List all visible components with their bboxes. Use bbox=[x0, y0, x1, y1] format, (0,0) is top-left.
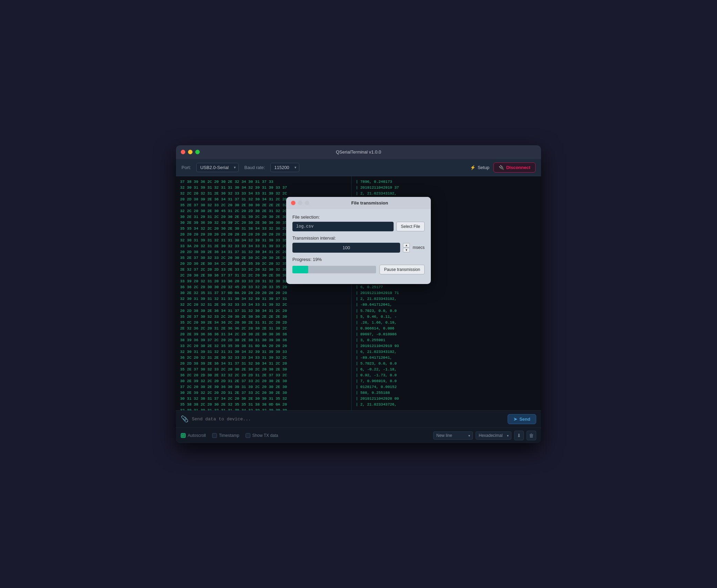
interval-input-row: ▲ ▼ msecs bbox=[292, 243, 425, 253]
trash-button[interactable]: 🗑 bbox=[527, 431, 536, 440]
progress-bar-row: Pause transmission bbox=[292, 265, 425, 274]
file-row: Select File bbox=[292, 222, 425, 231]
maximize-button[interactable] bbox=[195, 150, 200, 154]
select-file-button[interactable]: Select File bbox=[396, 222, 425, 231]
modal-title: File transmission bbox=[313, 200, 426, 206]
status-right: New line No line ending Carriage return … bbox=[433, 431, 536, 440]
send-input[interactable] bbox=[192, 417, 504, 422]
interval-spinner: ▲ ▼ bbox=[403, 243, 410, 252]
port-select[interactable]: USB2.0-Serial bbox=[196, 163, 239, 172]
interval-down-button[interactable]: ▼ bbox=[403, 248, 410, 252]
modal-overlay: File transmission File selection: Select… bbox=[176, 176, 541, 410]
file-transmission-modal: File transmission File selection: Select… bbox=[286, 197, 431, 284]
send-button[interactable]: ➤ Send bbox=[508, 414, 536, 424]
pause-transmission-button[interactable]: Pause transmission bbox=[380, 265, 425, 274]
baud-label: Baud rate: bbox=[244, 165, 265, 170]
window-controls bbox=[181, 150, 200, 154]
titlebar: QSerialTerminal v1.0.0 bbox=[176, 145, 541, 159]
usb-icon: ⚡ bbox=[470, 165, 476, 170]
encoding-wrapper: Hexadecimal ASCII Decimal bbox=[476, 431, 511, 440]
progress-bar-background bbox=[292, 266, 376, 273]
main-window: QSerialTerminal v1.0.0 Port: USB2.0-Seri… bbox=[176, 145, 541, 443]
autoscroll-label: Autoscroll bbox=[188, 433, 206, 438]
show-tx-label: Show TX data bbox=[252, 433, 278, 438]
send-icon: ➤ bbox=[513, 417, 517, 422]
line-ending-select[interactable]: New line No line ending Carriage return … bbox=[433, 431, 473, 440]
interval-row: Transmission interval: ▲ ▼ msecs bbox=[292, 235, 425, 253]
toolbar: Port: USB2.0-Serial Baud rate: 115200 ⚡ … bbox=[176, 159, 541, 176]
file-input[interactable] bbox=[292, 222, 394, 231]
autoscroll-checkbox-label[interactable]: Autoscroll bbox=[181, 433, 206, 438]
msecs-label: msecs bbox=[413, 245, 425, 250]
modal-window-controls bbox=[291, 201, 309, 205]
timestamp-checkbox[interactable] bbox=[212, 433, 217, 438]
modal-titlebar: File transmission bbox=[286, 197, 431, 209]
timestamp-label: Timestamp bbox=[219, 433, 239, 438]
progress-label: Progress: 19% bbox=[292, 257, 425, 262]
window-title: QSerialTerminal v1.0.0 bbox=[336, 149, 381, 155]
autoscroll-checkbox[interactable] bbox=[181, 433, 186, 438]
interval-input[interactable] bbox=[292, 243, 400, 253]
modal-maximize-button[interactable] bbox=[305, 201, 309, 205]
port-select-wrapper: USB2.0-Serial bbox=[196, 163, 239, 172]
show-tx-checkbox-label[interactable]: Show TX data bbox=[246, 433, 278, 438]
encoding-select[interactable]: Hexadecimal ASCII Decimal bbox=[476, 431, 511, 440]
progress-bar-fill bbox=[292, 266, 308, 273]
terminal-area: 37 38 39 36 2C 20 30 2E 32 34 30 31 37 3… bbox=[176, 176, 541, 410]
modal-body: File selection: Select File Transmission… bbox=[286, 209, 431, 284]
timestamp-checkbox-label[interactable]: Timestamp bbox=[212, 433, 239, 438]
toolbar-right: ⚡ Setup 🔌 Disconnect bbox=[470, 162, 536, 172]
file-selection-label: File selection: bbox=[292, 214, 425, 220]
disconnect-button[interactable]: 🔌 Disconnect bbox=[493, 162, 536, 172]
status-bar: Autoscroll Timestamp Show TX data New li… bbox=[176, 428, 541, 443]
input-bar: 📎 ➤ Send bbox=[176, 410, 541, 428]
baud-select[interactable]: 115200 bbox=[270, 163, 299, 172]
close-button[interactable] bbox=[181, 150, 185, 154]
show-tx-checkbox[interactable] bbox=[246, 433, 250, 438]
baud-select-wrapper: 115200 bbox=[270, 163, 299, 172]
attach-button[interactable]: 📎 bbox=[181, 415, 188, 423]
line-ending-wrapper: New line No line ending Carriage return … bbox=[433, 431, 473, 440]
setup-button[interactable]: ⚡ Setup bbox=[470, 165, 489, 170]
progress-row: Progress: 19% Pause transmission bbox=[292, 257, 425, 274]
minimize-button[interactable] bbox=[188, 150, 193, 154]
paperclip-icon: 📎 bbox=[181, 416, 188, 422]
interval-up-button[interactable]: ▲ bbox=[403, 243, 410, 248]
file-selection-row: File selection: Select File bbox=[292, 214, 425, 231]
trash-icon: 🗑 bbox=[529, 433, 534, 438]
download-button[interactable]: ⬇ bbox=[514, 431, 524, 440]
download-icon: ⬇ bbox=[517, 433, 521, 438]
port-label: Port: bbox=[181, 165, 191, 170]
disconnect-icon: 🔌 bbox=[499, 165, 504, 170]
interval-label: Transmission interval: bbox=[292, 235, 425, 241]
modal-minimize-button[interactable] bbox=[298, 201, 302, 205]
modal-close-button[interactable] bbox=[291, 201, 295, 205]
